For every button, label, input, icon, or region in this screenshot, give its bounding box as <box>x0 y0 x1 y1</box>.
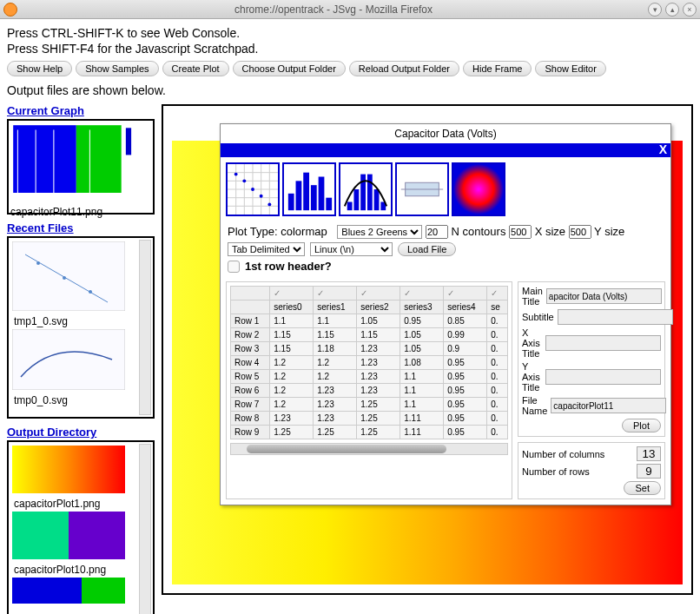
recent-files-panel[interactable]: tmp1_0.svg tmp0_0.svg <box>7 236 155 419</box>
table-hscrollbar[interactable] <box>230 443 508 455</box>
eol-select[interactable]: Linux (\n) <box>310 242 393 256</box>
svg-point-30 <box>260 195 263 198</box>
hint-line-2: Press SHIFT-F4 for the Javascript Scratc… <box>7 42 693 56</box>
ysize-input[interactable] <box>569 225 591 239</box>
svg-rect-13 <box>12 512 69 559</box>
plot-dialog: Capacitor Data (Volts) X Plot Type: colo… <box>220 123 671 505</box>
chart-type-icons <box>221 157 670 221</box>
load-file-button[interactable]: Load File <box>398 242 456 256</box>
dialog-close-icon[interactable]: X <box>659 142 667 156</box>
ncols-label: Number of columns <box>522 449 633 459</box>
window-title: chrome://opentrack - JSvg - Mozilla Fire… <box>23 3 644 16</box>
svg-rect-33 <box>296 181 302 210</box>
window-titlebar: chrome://opentrack - JSvg - Mozilla Fire… <box>0 0 700 19</box>
colormap-icon[interactable] <box>452 162 505 216</box>
svg-point-27 <box>234 173 238 176</box>
xsize-input[interactable] <box>509 225 532 239</box>
maximize-button[interactable]: ▴ <box>665 3 679 17</box>
histogram-icon[interactable] <box>339 162 393 216</box>
svg-rect-32 <box>288 194 294 210</box>
first-row-label: 1st row header? <box>245 260 332 273</box>
toolbar-create-plot[interactable]: Create Plot <box>162 61 229 76</box>
svg-point-8 <box>36 261 40 265</box>
svg-rect-16 <box>82 578 125 604</box>
svg-rect-15 <box>12 578 82 604</box>
recent-scrollbar[interactable] <box>139 240 151 415</box>
svg-rect-7 <box>12 241 125 311</box>
svg-rect-36 <box>319 177 325 211</box>
svg-rect-40 <box>360 175 366 211</box>
xaxis-input[interactable] <box>545 335 661 351</box>
ncontours-input[interactable] <box>426 225 448 239</box>
toolbar-choose-output-folder[interactable]: Choose Output Folder <box>233 61 346 76</box>
colormap-select[interactable]: Blues 2 Greens <box>337 225 422 239</box>
ncols-input[interactable] <box>637 446 661 461</box>
output-file-2: capacitorPlot10.png <box>12 562 149 578</box>
nrows-label: Number of rows <box>522 466 633 477</box>
yaxis-label: Y Axis Title <box>522 361 542 393</box>
xaxis-label: X Axis Title <box>522 327 542 359</box>
svg-point-29 <box>251 188 254 191</box>
boxplot-icon[interactable] <box>395 162 449 216</box>
ncontours-label: N contours <box>452 225 506 238</box>
yaxis-input[interactable] <box>545 369 661 385</box>
svg-rect-37 <box>326 198 332 211</box>
output-thumb-3 <box>12 578 125 604</box>
output-file-1: capacitorPlot1.png <box>12 496 149 512</box>
toolbar-show-help[interactable]: Show Help <box>7 61 72 76</box>
toolbar-show-editor[interactable]: Show Editor <box>535 61 605 76</box>
scatter-icon[interactable] <box>226 162 280 216</box>
dialog-header-bar[interactable]: X <box>221 143 670 157</box>
svg-rect-11 <box>12 329 125 390</box>
recent-thumb-1 <box>12 241 125 311</box>
toolbar-hide-frame[interactable]: Hide Frame <box>463 61 532 76</box>
current-graph-title: Current Graph <box>7 104 155 117</box>
svg-rect-1 <box>76 125 122 193</box>
current-graph-filename: capacitorPlot11.png <box>9 204 153 220</box>
svg-rect-41 <box>367 175 373 211</box>
subtitle-input[interactable] <box>558 309 673 325</box>
plot-type-value: colormap <box>281 225 327 238</box>
firefox-icon <box>3 3 17 17</box>
main-title-input[interactable] <box>546 288 662 304</box>
filename-label: File Name <box>522 395 547 416</box>
output-message: Output files are shown below. <box>7 83 693 97</box>
dialog-title: Capacitor Data (Volts) <box>221 124 670 143</box>
svg-point-9 <box>63 276 66 280</box>
data-table[interactable]: ✓✓✓✓✓✓series0series1series2series3series… <box>230 286 508 439</box>
svg-rect-34 <box>303 173 309 211</box>
nrows-input[interactable] <box>637 464 661 479</box>
plot-type-label: Plot Type: <box>228 225 278 238</box>
output-thumb-1 <box>12 446 125 493</box>
minimize-button[interactable]: ▾ <box>648 3 662 17</box>
set-button[interactable]: Set <box>624 481 661 495</box>
recent-thumb-2 <box>12 329 125 390</box>
toolbar-reload-output-folder[interactable]: Reload Output Folder <box>349 61 459 76</box>
filename-input[interactable] <box>551 398 666 413</box>
output-scrollbar[interactable] <box>139 444 151 614</box>
subtitle-label: Subtitle <box>522 312 554 322</box>
toolbar-show-samples[interactable]: Show Samples <box>76 61 158 76</box>
plot-button[interactable]: Plot <box>622 419 661 432</box>
bar-icon[interactable] <box>282 162 336 216</box>
svg-rect-35 <box>311 185 317 210</box>
svg-point-10 <box>89 290 92 294</box>
hint-line-1: Press CTRL-SHIFT-K to see Web Console. <box>7 26 693 40</box>
toolbar: Show HelpShow SamplesCreate PlotChoose O… <box>7 61 693 76</box>
current-graph-thumbnail <box>9 121 153 201</box>
current-graph-panel[interactable]: capacitorPlot11.png <box>7 119 155 215</box>
main-canvas: Capacitor Data (Volts) X Plot Type: colo… <box>162 104 693 595</box>
svg-point-28 <box>242 179 246 182</box>
output-dir-panel[interactable]: capacitorPlot1.png capacitorPlot10.png <box>7 440 155 614</box>
recent-files-title: Recent Files <box>7 221 155 234</box>
main-title-label: Main Title <box>522 286 543 307</box>
delimiter-select[interactable]: Tab Delimited <box>228 242 305 256</box>
svg-rect-6 <box>126 128 131 155</box>
svg-point-31 <box>267 202 271 206</box>
output-dir-title: Output Directory <box>7 426 155 439</box>
svg-rect-42 <box>374 189 380 210</box>
svg-rect-12 <box>12 446 125 493</box>
close-button[interactable]: × <box>683 3 697 17</box>
dimensions-form: Number of columns Number of rows Set <box>518 442 665 499</box>
first-row-checkbox[interactable] <box>228 261 240 273</box>
